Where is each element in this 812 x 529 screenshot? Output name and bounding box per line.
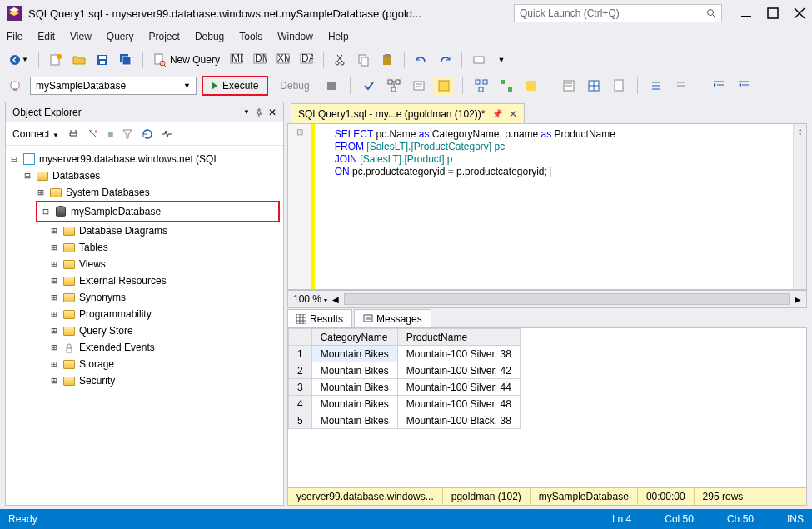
- results-to-grid-icon[interactable]: [584, 77, 604, 95]
- column-header[interactable]: CategoryName: [311, 329, 397, 346]
- tree-databases[interactable]: Databases: [52, 170, 100, 182]
- results-grid[interactable]: CategoryNameProductName 1Mountain BikesM…: [287, 328, 807, 487]
- column-header[interactable]: ProductName: [397, 329, 520, 346]
- pin-icon[interactable]: [255, 108, 263, 117]
- close-panel-icon[interactable]: ✕: [268, 107, 276, 118]
- database-combo[interactable]: mySampleDatabase ▼: [30, 77, 197, 95]
- status-ins: INS: [787, 513, 804, 525]
- menu-project[interactable]: Project: [149, 31, 180, 42]
- open-button[interactable]: [69, 51, 89, 69]
- nav-back-button[interactable]: ▼: [5, 51, 32, 69]
- cell[interactable]: Mountain-100 Silver, 48: [397, 396, 520, 412]
- debug-button[interactable]: Debug: [273, 80, 316, 92]
- zoom-combo[interactable]: 100 % ▾: [293, 293, 327, 305]
- tree-item[interactable]: Views: [79, 258, 106, 270]
- tree-item[interactable]: Extended Events: [79, 342, 155, 353]
- maximize-button[interactable]: [767, 7, 779, 19]
- client-stats-icon[interactable]: [521, 77, 541, 95]
- cut-button[interactable]: [331, 51, 351, 69]
- stop-icon[interactable]: ■: [107, 128, 113, 140]
- tree-item[interactable]: Tables: [79, 242, 108, 253]
- cell[interactable]: Mountain Bikes: [311, 396, 397, 412]
- save-all-button[interactable]: [116, 51, 136, 69]
- undo-button[interactable]: [411, 51, 431, 69]
- status-ch: Ch 50: [727, 513, 754, 525]
- tree-item[interactable]: External Resources: [79, 275, 167, 287]
- menu-query[interactable]: Query: [107, 31, 134, 42]
- menu-edit[interactable]: Edit: [37, 31, 55, 42]
- new-item-button[interactable]: [46, 51, 66, 69]
- refresh-icon[interactable]: [142, 128, 153, 140]
- results-to-file-icon[interactable]: [609, 77, 629, 95]
- menu-window[interactable]: Window: [277, 31, 313, 42]
- mdx-query-icon[interactable]: MDX: [227, 51, 247, 69]
- new-query-button[interactable]: New Query: [150, 51, 223, 69]
- xmla-query-icon[interactable]: XMLA: [273, 51, 293, 69]
- overflow-dropdown-icon[interactable]: ▼: [492, 51, 511, 69]
- query-options-icon[interactable]: [409, 77, 429, 95]
- activity-icon[interactable]: [162, 128, 173, 140]
- pin-tab-icon[interactable]: 📌: [492, 109, 502, 118]
- messages-tab[interactable]: Messages: [354, 309, 431, 327]
- connect-icon[interactable]: [67, 128, 79, 140]
- save-button[interactable]: [92, 51, 112, 69]
- connect-dropdown[interactable]: Connect ▼: [12, 128, 59, 140]
- cell[interactable]: Mountain-100 Silver, 44: [397, 379, 520, 396]
- dmx-query-icon[interactable]: DMX: [250, 51, 270, 69]
- redo-button[interactable]: [435, 51, 455, 69]
- disconnect-icon[interactable]: [87, 128, 99, 140]
- tree-my-database[interactable]: mySampleDatabase: [71, 206, 161, 217]
- indent-icon[interactable]: [709, 77, 729, 95]
- live-stats-icon[interactable]: [496, 77, 516, 95]
- cell[interactable]: Mountain Bikes: [311, 362, 397, 379]
- document-tab[interactable]: SQLQuery1.sql - my...e (pgoldman (102))*…: [291, 103, 525, 123]
- dax-query-icon[interactable]: DAX: [296, 51, 316, 69]
- cell[interactable]: Mountain-100 Silver, 38: [397, 346, 520, 362]
- copy-button[interactable]: [354, 51, 374, 69]
- paste-button[interactable]: [377, 51, 397, 69]
- menu-view[interactable]: View: [70, 31, 92, 42]
- execute-button[interactable]: Execute: [202, 76, 268, 96]
- svg-rect-50: [508, 87, 512, 92]
- minimize-button[interactable]: [740, 7, 752, 19]
- menu-file[interactable]: File: [7, 31, 22, 42]
- filter-icon[interactable]: [122, 128, 133, 140]
- solution-config-icon[interactable]: [469, 51, 489, 69]
- results-tab[interactable]: Results: [287, 309, 352, 327]
- sql-editor[interactable]: ⊟ SELECT pc.Name as CategoryName, p.name…: [287, 123, 807, 290]
- code-content[interactable]: SELECT pc.Name as CategoryName, p.name a…: [315, 124, 793, 289]
- comment-icon[interactable]: [646, 77, 666, 95]
- tree-item[interactable]: Synonyms: [79, 292, 126, 303]
- cell[interactable]: Mountain-100 Black, 38: [397, 412, 520, 429]
- split-icon[interactable]: ↕: [793, 124, 806, 289]
- quick-launch-input[interactable]: Quick Launch (Ctrl+Q): [514, 4, 722, 22]
- menu-help[interactable]: Help: [328, 31, 349, 42]
- intellisense-icon[interactable]: [434, 77, 454, 95]
- tree-item[interactable]: Storage: [79, 358, 114, 370]
- tree-item[interactable]: Database Diagrams: [79, 225, 167, 237]
- cell[interactable]: Mountain Bikes: [311, 412, 397, 429]
- menu-tools[interactable]: Tools: [239, 31, 262, 42]
- estimated-plan-icon[interactable]: [384, 77, 404, 95]
- stop-button[interactable]: [321, 77, 341, 95]
- object-explorer-tree[interactable]: ⊟myserver99.database.windows.net (SQL ⊟D…: [6, 146, 283, 505]
- parse-button[interactable]: [359, 77, 379, 95]
- cell[interactable]: Mountain Bikes: [311, 379, 397, 396]
- results-to-text-icon[interactable]: [559, 77, 579, 95]
- cell[interactable]: Mountain-100 Silver, 42: [397, 362, 520, 379]
- uncomment-icon[interactable]: [671, 77, 691, 95]
- include-plan-icon[interactable]: [471, 77, 491, 95]
- tree-item[interactable]: Query Store: [79, 325, 133, 337]
- tree-server[interactable]: myserver99.database.windows.net (SQL: [39, 153, 219, 165]
- tree-system-databases[interactable]: System Databases: [66, 187, 150, 198]
- tree-item[interactable]: Programmability: [79, 308, 152, 320]
- outdent-icon[interactable]: [734, 77, 754, 95]
- horizontal-scrollbar[interactable]: [344, 293, 790, 305]
- close-tab-icon[interactable]: ✕: [509, 108, 517, 120]
- menu-debug[interactable]: Debug: [195, 31, 224, 42]
- change-connection-icon[interactable]: [5, 77, 25, 95]
- tree-item[interactable]: Security: [79, 375, 115, 387]
- dropdown-icon[interactable]: ▼: [243, 108, 250, 116]
- close-button[interactable]: [794, 7, 805, 19]
- cell[interactable]: Mountain Bikes: [311, 346, 397, 362]
